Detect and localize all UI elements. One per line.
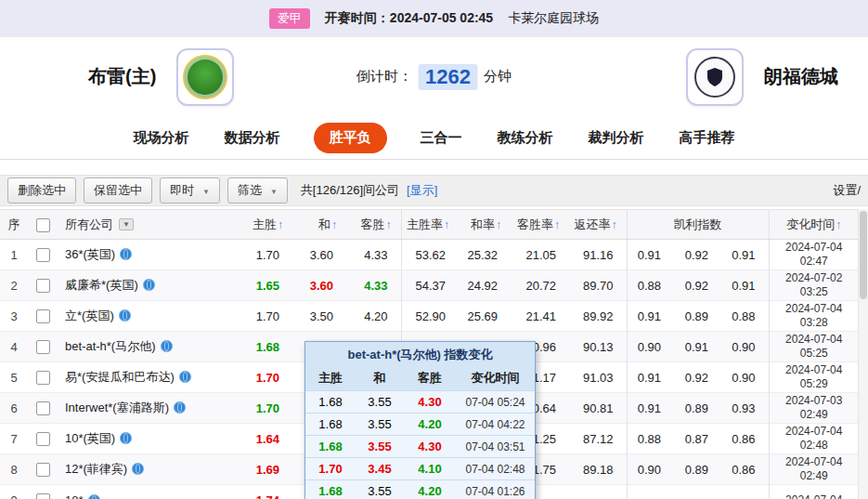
home-odds-cell[interactable]: 1.74: [237, 485, 292, 499]
home-odds-cell[interactable]: 1.69: [237, 454, 292, 485]
row-index: 4: [0, 332, 28, 362]
kelly-home-cell: 0.88: [627, 424, 674, 454]
col-draw-odds-label: 和: [318, 217, 330, 231]
return-rate-cell: 90.13: [569, 332, 627, 362]
scrollbar-thumb[interactable]: [860, 211, 867, 299]
away-odds-cell[interactable]: 4.33: [346, 270, 401, 301]
home-odds-cell[interactable]: 1.65: [237, 270, 292, 301]
venue: 卡莱尔庭园球场: [508, 10, 599, 27]
col-return-rate-label: 返还率: [575, 217, 611, 231]
kelly-home-cell: 0.91: [627, 393, 674, 424]
popup-row: 1.68 3.55 4.20 07-04 01:26: [305, 480, 535, 499]
settings-link[interactable]: 设置/: [833, 182, 861, 199]
keep-selected-button[interactable]: 保留选中: [84, 177, 152, 204]
kelly-home-cell: 0.91: [627, 240, 674, 270]
col-company[interactable]: 所有公司▼: [58, 210, 237, 240]
match-header: 布雷(主) 倒计时： 1262 分钟 朗福德城: [0, 37, 868, 116]
row-checkbox[interactable]: [36, 248, 50, 262]
vertical-scrollbar[interactable]: [858, 209, 868, 499]
nav-tab[interactable]: 裁判分析: [587, 123, 646, 153]
popup-col-home: 主胜: [305, 367, 356, 391]
company-cell[interactable]: 12*(菲律宾): [58, 454, 237, 485]
row-checkbox-cell: [28, 332, 58, 362]
home-team: 布雷(主): [88, 37, 234, 116]
popup-draw-odds: 3.55: [356, 436, 404, 458]
globe-icon: [143, 279, 155, 291]
popup-home-odds: 1.68: [305, 391, 356, 414]
delete-selected-button[interactable]: 删除选中: [7, 177, 76, 204]
nav-tab[interactable]: 数据分析: [223, 123, 282, 153]
row-checkbox-cell: [28, 424, 58, 454]
kelly-away-cell: 0.93: [721, 393, 769, 424]
row-checkbox[interactable]: [36, 340, 50, 354]
company-cell[interactable]: Interwet*(塞浦路斯): [58, 393, 237, 424]
home-odds-cell[interactable]: 1.70: [237, 240, 292, 270]
company-filter-icon[interactable]: ▼: [119, 218, 134, 230]
popup-away-odds: 4.30: [404, 391, 456, 414]
home-odds-cell[interactable]: 1.70: [237, 301, 292, 332]
col-draw-odds[interactable]: 和↑: [292, 210, 346, 240]
company-cell[interactable]: 威廉希*(英国): [58, 270, 237, 301]
home-odds-cell[interactable]: 1.68: [237, 332, 292, 362]
away-odds-cell[interactable]: 4.20: [346, 301, 401, 332]
popup-home-odds: 1.70: [305, 458, 356, 480]
company-name: 威廉希*(英国): [65, 278, 138, 292]
col-draw-rate[interactable]: 和率↑: [459, 210, 511, 240]
select-all-checkbox[interactable]: [36, 218, 50, 232]
draw-odds-cell[interactable]: 3.60: [292, 240, 346, 270]
company-cell[interactable]: 36*(英国): [58, 240, 237, 270]
row-index: 8: [0, 454, 28, 485]
col-return-rate[interactable]: 返还率↑: [569, 210, 627, 240]
kelly-away-cell: 0.86: [721, 454, 769, 485]
nav-tab[interactable]: 高手推荐: [678, 123, 737, 153]
instant-dropdown[interactable]: 即时▼: [160, 177, 220, 204]
popup-table: 主胜 和 客胜 变化时间 1.68 3.55 4.30 07-04 05:24 …: [305, 367, 535, 499]
change-time-cell: 2024-07-0405:25: [769, 332, 859, 362]
nav-tab[interactable]: 现场分析: [132, 123, 191, 153]
home-odds-cell[interactable]: 1.70: [237, 393, 292, 424]
home-odds-cell[interactable]: 1.70: [237, 362, 292, 393]
company-name: 立*(英国): [65, 309, 114, 322]
company-cell[interactable]: 易*(安提瓜和巴布达): [58, 362, 237, 393]
company-cell[interactable]: 10*(英国): [58, 424, 237, 454]
row-checkbox[interactable]: [36, 309, 50, 323]
kelly-home-cell: [627, 485, 674, 499]
company-cell[interactable]: bet-at-h*(马尔他): [58, 332, 237, 362]
col-change-time-label: 变化时间: [786, 217, 835, 231]
kelly-draw-cell: 0.92: [674, 270, 721, 301]
countdown-unit: 分钟: [484, 68, 512, 85]
col-home-rate[interactable]: 主胜率↑: [401, 210, 459, 240]
company-cell[interactable]: 18*: [58, 485, 237, 499]
nav-tab[interactable]: 教练分析: [496, 123, 555, 153]
home-odds-cell[interactable]: 1.64: [237, 424, 292, 454]
col-change-time[interactable]: 变化时间↑: [769, 210, 859, 240]
nav-tab[interactable]: 胜平负: [314, 123, 387, 153]
draw-odds-cell[interactable]: 3.50: [292, 301, 346, 332]
col-away-rate[interactable]: 客胜率↑: [511, 210, 569, 240]
filter-dropdown[interactable]: 筛选▼: [227, 177, 288, 204]
kickoff-time: 开赛时间：2024-07-05 02:45: [325, 10, 493, 27]
globe-icon: [179, 371, 191, 383]
row-checkbox[interactable]: [36, 279, 50, 293]
row-checkbox[interactable]: [36, 493, 50, 499]
popup-change-time: 07-04 02:48: [456, 458, 535, 480]
draw-odds-cell[interactable]: 3.60: [292, 270, 346, 301]
show-link[interactable]: [显示]: [407, 182, 437, 199]
row-checkbox[interactable]: [36, 463, 50, 477]
col-away-odds[interactable]: 客胜↑: [346, 210, 401, 240]
nav-tab[interactable]: 三合一: [419, 123, 464, 153]
home-rate-cell: 54.37: [401, 270, 459, 301]
league-badge[interactable]: 爱甲: [269, 8, 310, 29]
row-checkbox[interactable]: [36, 401, 50, 415]
row-checkbox[interactable]: [36, 371, 50, 385]
col-home-odds[interactable]: 主胜↑: [237, 210, 292, 240]
kelly-home-cell: 0.91: [627, 301, 674, 332]
row-checkbox[interactable]: [36, 432, 50, 446]
company-cell[interactable]: 立*(英国): [58, 301, 237, 332]
kelly-draw-cell: 0.89: [674, 301, 721, 332]
change-time-cell: 2024-07-0203:25: [769, 270, 859, 301]
popup-home-odds: 1.68: [305, 480, 356, 499]
match-info-bar: 爱甲 开赛时间：2024-07-05 02:45 卡莱尔庭园球场: [0, 0, 868, 37]
col-kelly[interactable]: 凯利指数: [627, 210, 769, 240]
away-odds-cell[interactable]: 4.33: [346, 240, 401, 270]
